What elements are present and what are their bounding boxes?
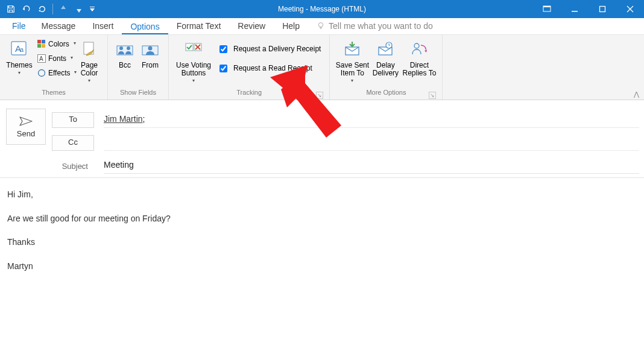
to-button[interactable]: To [52,112,94,128]
send-icon [19,116,33,127]
chevron-down-icon: ▾ [88,78,90,83]
from-button[interactable]: From [137,37,163,69]
tab-help[interactable]: Help [274,18,308,34]
svg-rect-11 [42,44,45,48]
save-sent-icon [342,39,362,59]
group-themes: Aa Themes ▾ Colors▾ A Fonts▾ Effects▾ [0,35,108,100]
svg-rect-21 [186,43,193,51]
svg-rect-2 [572,11,578,12]
close-button[interactable] [616,0,644,18]
tab-options[interactable]: Options [122,19,168,35]
redo-icon[interactable] [35,1,49,17]
direct-replies-to-button[interactable]: Direct Replies To [401,37,437,77]
svg-point-4 [318,23,323,27]
ribbon-options: Aa Themes ▾ Colors▾ A Fonts▾ Effects▾ [0,35,644,100]
bcc-label: Bcc [119,62,131,69]
tab-message[interactable]: Message [33,18,84,34]
svg-rect-10 [37,44,41,48]
svg-text:a: a [20,46,24,53]
to-field[interactable]: Jim Martin; [104,112,639,128]
request-read-receipt-checkbox[interactable]: Request a Read Receipt [216,59,322,77]
request-delivery-receipt-checkbox[interactable]: Request a Delivery Receipt [216,40,322,58]
dialog-launcher-icon[interactable]: ↘ [429,92,436,99]
tab-review[interactable]: Review [229,18,274,34]
read-receipt-check[interactable] [219,65,227,72]
dialog-launcher-icon[interactable]: ↘ [316,92,323,99]
delay-delivery-button[interactable]: Delay Delivery [370,37,401,77]
svg-point-26 [414,43,419,48]
svg-point-20 [148,46,153,51]
subject-label: Subject [52,162,94,171]
group-tracking: Use Voting Buttons ▾ Request a Delivery … [169,35,330,100]
direct-replies-icon [409,39,429,59]
body-line: Hi Jim, [7,189,637,201]
themes-button[interactable]: Aa Themes ▾ [5,37,34,75]
bcc-button[interactable]: Bcc [113,37,137,69]
colors-label: Colors [48,40,69,48]
fonts-icon: A [37,54,46,63]
tab-format-text[interactable]: Format Text [168,18,230,34]
cc-button[interactable]: Cc [52,135,94,151]
body-line: Thanks [7,237,637,249]
fonts-label: Fonts [48,54,66,63]
from-icon [140,39,160,59]
delivery-receipt-label: Request a Delivery Receipt [233,45,321,53]
chevron-down-icon: ▾ [192,78,195,83]
svg-rect-8 [37,40,41,43]
page-color-button[interactable]: Page Color ▾ [76,37,103,83]
ribbon-tabs: File Message Insert Options Format Text … [0,18,644,35]
use-voting-buttons[interactable]: Use Voting Buttons ▾ [174,37,213,83]
group-more-options: Save Sent Item To ▾ Delay Delivery Direc… [330,35,443,100]
undo-icon[interactable] [19,1,34,17]
read-receipt-label: Request a Read Receipt [233,64,312,72]
voting-icon [183,39,204,59]
recipient-chip[interactable]: Jim Martin [104,114,143,124]
page-color-icon [79,39,99,59]
tell-me-label: Tell me what you want to do [329,21,433,31]
collapse-ribbon-icon[interactable]: ⋀ [634,91,639,98]
svg-rect-1 [543,6,551,7]
ribbon-display-icon[interactable] [533,0,561,18]
message-body[interactable]: Hi Jim, Are we still good for our meetin… [0,178,644,295]
body-line: Are we still good for our meeting on Fri… [7,213,637,225]
window-controls [533,0,644,18]
themes-icon: Aa [9,39,30,59]
minimize-button[interactable] [561,0,589,18]
cc-field[interactable] [104,135,639,151]
title-bar: Meeting - Message (HTML) [0,0,644,18]
body-line: Martyn [7,261,637,273]
effects-button[interactable]: Effects▾ [36,66,74,80]
save-icon[interactable] [4,1,18,17]
colors-icon [37,39,46,49]
prev-item-icon[interactable] [56,1,71,17]
svg-point-14 [39,70,45,77]
direct-replies-label: Direct Replies To [403,62,437,77]
group-label-more-options: More Options ↘ [335,89,437,100]
tab-insert[interactable]: Insert [84,18,122,34]
save-sent-label: Save Sent Item To [336,62,369,77]
group-label-themes: Themes [5,89,103,100]
subject-field[interactable]: Meeting [104,158,639,174]
delay-icon [375,39,396,59]
tell-me-search[interactable]: Tell me what you want to do [308,18,441,34]
fonts-button[interactable]: A Fonts▾ [36,52,74,65]
chevron-down-icon: ▾ [18,71,21,75]
effects-icon [37,68,46,78]
effects-label: Effects [48,69,70,77]
send-button[interactable]: Send [6,109,46,145]
bcc-icon [115,39,135,59]
group-label-tracking: Tracking ↘ [174,89,324,100]
page-color-label: Page Color [81,62,98,77]
quick-access-toolbar [0,1,97,17]
group-show-fields: Bcc From Show Fields [108,35,169,100]
chevron-down-icon: ▾ [351,78,353,83]
svg-rect-9 [42,40,45,43]
save-sent-item-to-button[interactable]: Save Sent Item To ▾ [335,37,370,83]
next-item-icon[interactable] [72,1,86,17]
tab-file[interactable]: File [5,18,33,34]
colors-button[interactable]: Colors▾ [36,37,74,51]
delivery-receipt-check[interactable] [219,45,227,53]
themes-label: Themes [6,62,32,69]
qat-customize-icon[interactable] [87,1,97,17]
maximize-button[interactable] [589,0,616,18]
